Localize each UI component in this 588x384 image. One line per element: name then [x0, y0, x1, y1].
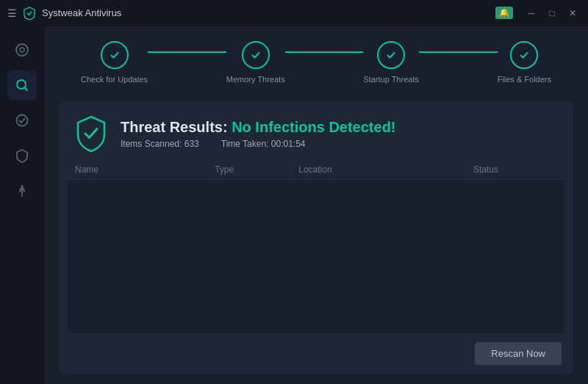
- results-title-text: Threat Results:: [121, 119, 228, 135]
- results-header: Threat Results: No Infections Detected! …: [59, 101, 573, 160]
- results-footer: Rescan Now: [59, 333, 573, 374]
- svg-point-5: [21, 185, 23, 187]
- progress-steps: Check for Updates Memory Threats Sta: [59, 41, 573, 84]
- sidebar-item-protection[interactable]: [7, 106, 37, 135]
- step-label-startup-threats: Startup Threats: [363, 75, 419, 84]
- window-controls: 🔔 ─ □ ✕: [495, 5, 581, 21]
- shield-success-icon: [74, 115, 109, 153]
- results-stats: Items Scanned: 633 Time Taken: 00:01:54: [121, 139, 559, 149]
- step-circle-files-folders: [510, 41, 538, 69]
- sidebar-item-shield[interactable]: [7, 141, 37, 170]
- results-panel: Threat Results: No Infections Detected! …: [59, 101, 573, 374]
- items-scanned-stat: Items Scanned: 633: [121, 139, 199, 149]
- app-body: Check for Updates Memory Threats Sta: [0, 26, 588, 384]
- close-button[interactable]: ✕: [564, 5, 581, 21]
- main-content: Check for Updates Memory Threats Sta: [44, 26, 588, 384]
- table-body: [68, 180, 564, 333]
- title-bar: ☰ Systweak Antivirus 🔔 ─ □ ✕: [0, 0, 588, 26]
- results-title: Threat Results: No Infections Detected!: [121, 119, 559, 136]
- svg-point-0: [16, 44, 28, 56]
- minimize-button[interactable]: ─: [523, 5, 539, 21]
- svg-point-1: [20, 48, 24, 52]
- results-highlight: No Infections Detected!: [232, 119, 395, 135]
- rescan-button[interactable]: Rescan Now: [475, 342, 562, 365]
- step-line-2: [285, 51, 364, 54]
- step-label-files-folders: Files & Folders: [498, 75, 551, 84]
- step-circle-startup-threats: [377, 41, 405, 69]
- maximize-button[interactable]: □: [544, 5, 560, 21]
- results-table: Name Type Location Status: [68, 160, 564, 333]
- sidebar: [0, 26, 44, 384]
- sidebar-item-boost[interactable]: [7, 176, 37, 206]
- svg-point-4: [16, 115, 27, 126]
- time-taken-stat: Time Taken: 00:01:54: [221, 139, 306, 149]
- step-memory-threats: Memory Threats: [226, 41, 285, 84]
- sidebar-item-scan[interactable]: [7, 70, 37, 100]
- col-status: Status: [473, 164, 557, 175]
- step-circle-memory-threats: [242, 41, 270, 69]
- step-label-memory-threats: Memory Threats: [226, 75, 285, 84]
- notification-icon[interactable]: 🔔: [495, 7, 513, 19]
- step-circle-check-updates: [101, 41, 129, 69]
- col-location: Location: [298, 164, 473, 175]
- step-check-updates: Check for Updates: [81, 41, 148, 84]
- step-startup-threats: Startup Threats: [363, 41, 419, 84]
- table-header: Name Type Location Status: [68, 160, 564, 180]
- step-files-folders: Files & Folders: [498, 41, 551, 84]
- sidebar-item-home[interactable]: [7, 35, 37, 65]
- col-type: Type: [215, 164, 298, 175]
- step-label-check-updates: Check for Updates: [81, 75, 148, 84]
- step-line-1: [148, 51, 226, 54]
- results-info: Threat Results: No Infections Detected! …: [121, 119, 559, 149]
- app-logo: [23, 7, 36, 20]
- step-line-3: [419, 51, 498, 54]
- col-name: Name: [75, 164, 215, 175]
- svg-line-3: [24, 88, 27, 91]
- menu-icon[interactable]: ☰: [7, 7, 17, 19]
- app-title: Systweak Antivirus: [42, 7, 121, 18]
